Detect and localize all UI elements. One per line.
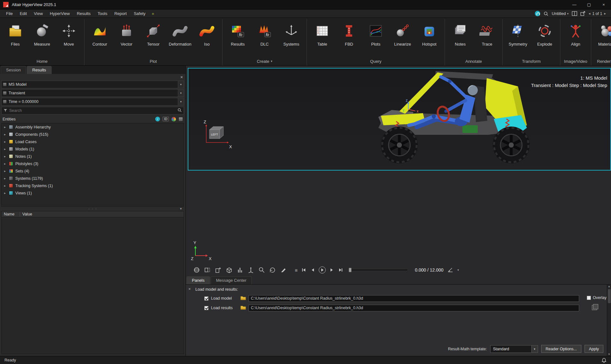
entity-attributes-icon[interactable] (236, 266, 244, 274)
expander-icon[interactable]: ▸ (4, 169, 7, 173)
scrollbar-thumb[interactable] (608, 289, 611, 303)
expander-icon[interactable]: ▸ (4, 140, 7, 143)
notifications-bell-icon[interactable] (601, 358, 607, 363)
menu-results[interactable]: Results (73, 10, 94, 18)
menu-file[interactable]: File (3, 10, 16, 18)
ribbon-tool-move[interactable]: Move (55, 20, 82, 47)
visibility-icon[interactable] (178, 117, 183, 121)
ribbon-tool-files[interactable]: Files (2, 20, 29, 47)
ribbon-tool-explode[interactable]: Explode (531, 20, 558, 47)
results-path-input[interactable] (249, 305, 579, 311)
ribbon-tool-materials[interactable]: Materials (593, 20, 611, 47)
circle-zoom-icon[interactable] (258, 266, 265, 274)
ribbon-tool-iso[interactable]: Iso (193, 20, 220, 47)
ribbon-tool-fbd[interactable]: FBD (336, 20, 362, 47)
close-panel-icon[interactable]: × (188, 287, 191, 291)
panel-splitter[interactable]: · · ·▼ (0, 207, 185, 211)
overlay-checkbox[interactable] (587, 296, 591, 300)
column-value[interactable]: Value (20, 212, 34, 216)
shaded-mode-icon[interactable] (225, 266, 233, 274)
ribbon-tool-measure[interactable]: Measure (29, 20, 55, 47)
ribbon-tool-table[interactable]: 123 Table (309, 20, 336, 47)
ribbon-tool-symmetry[interactable]: Symmetry (505, 20, 531, 47)
triad-toggle-icon[interactable] (247, 266, 255, 274)
ribbon-tool-plots[interactable]: Plots (362, 20, 389, 47)
page-layout-icon[interactable] (572, 11, 577, 16)
previous-page-icon[interactable]: ◂ (589, 11, 591, 16)
tab-results[interactable]: Results (27, 66, 51, 74)
play-button[interactable] (319, 266, 326, 273)
color-mode-icon[interactable] (171, 117, 176, 121)
menu-hyperview[interactable]: HyperView (46, 10, 73, 18)
ribbon-tool-hotspot[interactable]: Hotspot (416, 20, 443, 47)
expander-icon[interactable]: ▸ (4, 177, 7, 180)
slider-handle[interactable] (349, 268, 352, 272)
panel-scrollbar[interactable]: ▲ ▼ (607, 285, 611, 356)
result-math-template-select[interactable]: Standard ▾ (490, 345, 538, 353)
expander-icon[interactable]: ▸ (4, 155, 7, 158)
tree-item-plotstyles[interactable]: ▸Plotstyles (3) (2, 160, 184, 167)
chevron-down-icon[interactable]: ▾ (178, 90, 184, 97)
expander-icon[interactable]: ▸ (4, 147, 7, 151)
tree-item-notes[interactable]: ▸Notes (1) (2, 153, 184, 160)
section-cut-icon[interactable] (280, 266, 287, 274)
minimize-button[interactable]: — (567, 0, 582, 10)
session-name-dropdown[interactable]: Untitled▾ (552, 11, 569, 16)
last-frame-button[interactable] (338, 267, 344, 273)
animation-menu-icon[interactable]: ≡ (295, 267, 298, 273)
expander-icon[interactable]: ▸ (4, 133, 7, 136)
add-page-icon[interactable] (215, 266, 222, 274)
tree-item-systems[interactable]: ▸Systems (1179) (2, 175, 184, 182)
next-page-icon[interactable]: ▸ (604, 11, 606, 16)
model-selector[interactable]: MS Model ▾ (1, 81, 184, 88)
model-path-input[interactable] (249, 295, 579, 302)
expander-icon[interactable]: ▸ (4, 191, 7, 195)
menu-tools[interactable]: Tools (94, 10, 111, 18)
chevron-down-icon[interactable]: ▾ (457, 268, 459, 272)
menu-report[interactable]: Report (111, 10, 130, 18)
tree-item-sets[interactable]: ▸Sets (4) (2, 167, 184, 175)
tree-item-tracking-systems[interactable]: ▸Tracking Systems (1) (2, 182, 184, 189)
view-cube[interactable]: Z LEFT X (202, 119, 232, 151)
chevron-down-icon[interactable]: ▾ (178, 98, 184, 105)
tab-message-center[interactable]: Message Center (211, 276, 252, 284)
expander-icon[interactable]: ▸ (4, 184, 7, 187)
ribbon-tool-align[interactable]: Align (562, 20, 589, 47)
apply-button[interactable]: Apply (585, 345, 603, 353)
tab-panels[interactable]: Panels (186, 276, 210, 284)
ribbon-tool-trace[interactable]: Trace (474, 20, 500, 47)
dynamic-rotate-icon[interactable] (269, 266, 276, 274)
tree-item-components[interactable]: ▸Components (515) (2, 131, 184, 138)
page-flip-icon[interactable] (204, 266, 211, 274)
ribbon-tool-contour[interactable]: Contour (86, 20, 113, 47)
tab-session[interactable]: Session (1, 66, 26, 74)
animation-slider[interactable] (348, 269, 408, 271)
export-page-icon[interactable] (580, 11, 586, 16)
search-input[interactable] (9, 108, 176, 113)
ribbon-tool-linearize[interactable]: Linearize (389, 20, 416, 47)
first-frame-button[interactable] (301, 267, 307, 273)
ribbon-tool-dlc[interactable]: fo DLC (251, 20, 278, 47)
ribbon-tool-tensor[interactable]: Tensor (140, 20, 167, 47)
menu-safety[interactable]: Safety (130, 10, 149, 18)
angle-increment-icon[interactable] (447, 266, 454, 274)
maximize-button[interactable]: ▢ (582, 0, 596, 10)
ribbon-tool-results[interactable]: fo Results (224, 20, 251, 47)
scroll-up-icon[interactable]: ▲ (608, 285, 610, 288)
tree-item-assembly-hierarchy[interactable]: ▸Assembly Hierarchy (2, 123, 184, 131)
show-ids-button[interactable]: ID (163, 117, 169, 121)
scroll-down-icon[interactable]: ▼ (179, 207, 183, 210)
copy-path-icon[interactable] (592, 305, 597, 310)
close-browser-icon[interactable]: × (180, 75, 183, 79)
menu-view[interactable]: View (30, 10, 46, 18)
expander-icon[interactable]: ▸ (4, 125, 7, 129)
info-icon[interactable]: i (155, 117, 160, 121)
ribbon-tool-notes[interactable]: Notes (447, 20, 474, 47)
tree-item-load-cases[interactable]: ▸Load Cases (2, 138, 184, 145)
ribbon-tool-vector[interactable]: Vector (113, 20, 140, 47)
previous-frame-button[interactable] (310, 267, 316, 273)
close-button[interactable]: × (596, 0, 611, 10)
ribbon-tool-deformation[interactable]: Deformation (167, 20, 193, 47)
chevron-down-icon[interactable]: ▾ (531, 346, 538, 353)
scroll-down-icon[interactable]: ▼ (608, 353, 610, 356)
